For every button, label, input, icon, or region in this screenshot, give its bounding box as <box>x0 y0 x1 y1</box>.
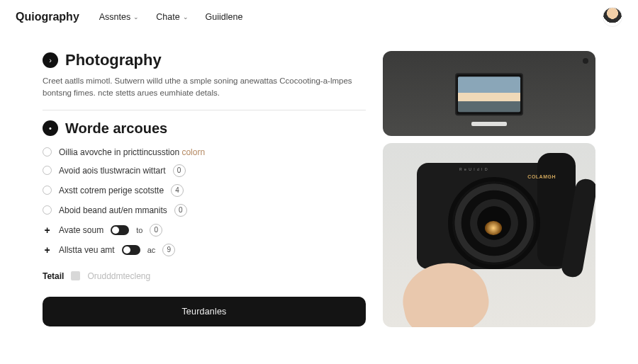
count-badge: 0 <box>150 224 162 237</box>
plus-icon[interactable]: + <box>43 225 52 234</box>
top-nav: Assntes ⌄ Chate ⌄ Guiidlene <box>99 12 243 22</box>
option-row[interactable]: Oillia avovche in pricttincusstion color… <box>43 144 366 161</box>
nav-label: Chate <box>156 12 179 22</box>
option-row[interactable]: Aboid beand aut/en mmanits 0 <box>43 200 366 220</box>
tetail-placeholder: Orudddmtecleng <box>87 271 150 281</box>
tetail-row: Tetail Orudddmtecleng <box>43 271 366 281</box>
count-badge: 0 <box>174 204 187 217</box>
option-row[interactable]: Axstt cotrem perige scotstte 4 <box>43 181 366 200</box>
option-row[interactable]: + Allstta veu amt ac 9 <box>43 240 366 260</box>
tetail-label: Tetail <box>43 271 64 281</box>
option-label: Aboid beand aut/en mmanits <box>59 205 167 215</box>
checkbox-icon[interactable] <box>71 271 80 280</box>
plus-icon[interactable]: + <box>43 245 52 254</box>
page-description: Creet aatlls mimotl. Sutwern willd uthe … <box>43 75 366 100</box>
nav-label: Assntes <box>99 12 130 22</box>
radio-icon[interactable] <box>43 186 52 195</box>
page-title: Photography <box>65 51 162 69</box>
toggle-label: to <box>136 226 142 234</box>
nav-assntes[interactable]: Assntes ⌄ <box>99 12 139 22</box>
avatar[interactable] <box>603 7 622 27</box>
chevron-down-icon: ⌄ <box>183 13 189 21</box>
toggle[interactable] <box>111 225 129 235</box>
camera-scale: R e U I d I D <box>459 167 488 171</box>
preview-image-monitor <box>383 51 595 136</box>
radio-icon[interactable] <box>43 147 52 157</box>
monitor-icon <box>455 73 523 115</box>
count-badge: 0 <box>173 164 186 177</box>
corner-dot-icon <box>583 58 588 64</box>
dot-icon: • <box>43 120 58 136</box>
subsection-title: Worde arcoues <box>65 120 167 137</box>
nav-chate[interactable]: Chate ⌄ <box>156 12 188 22</box>
radio-icon[interactable] <box>43 205 52 215</box>
camera-brand: COLAMGH <box>527 174 556 179</box>
option-label: Avoid aois tlustwracin wittart <box>59 166 166 176</box>
option-row[interactable]: Avoid aois tlustwracin wittart 0 <box>43 161 366 181</box>
divider <box>43 110 366 110</box>
nav-guiidlene[interactable]: Guiidlene <box>206 12 243 22</box>
toggle-label: ac <box>147 246 156 254</box>
option-label: Allstta veu amt <box>59 245 115 255</box>
option-label: Avate soum <box>59 225 103 235</box>
logo: Quiography <box>16 11 79 23</box>
nav-label: Guiidlene <box>206 12 243 22</box>
option-row[interactable]: + Avate soum to 0 <box>43 220 366 240</box>
monitor-stand <box>471 122 507 126</box>
preview-image-camera: R e U I d I D COLAMGH <box>383 143 595 327</box>
arrow-right-icon: › <box>43 52 58 68</box>
options-list: Oillia avovche in pricttincusstion color… <box>43 144 366 260</box>
count-badge: 9 <box>162 244 175 256</box>
radio-icon[interactable] <box>43 166 52 175</box>
chevron-down-icon: ⌄ <box>133 13 139 21</box>
count-badge: 4 <box>171 184 184 197</box>
submit-button[interactable]: Teurdanles <box>43 297 366 326</box>
toggle[interactable] <box>122 245 140 255</box>
option-label: Oillia avovche in pricttincusstion color… <box>59 147 205 157</box>
camera-body: R e U I d I D COLAMGH <box>417 163 569 269</box>
option-label: Axstt cotrem perige scotstte <box>59 186 164 195</box>
